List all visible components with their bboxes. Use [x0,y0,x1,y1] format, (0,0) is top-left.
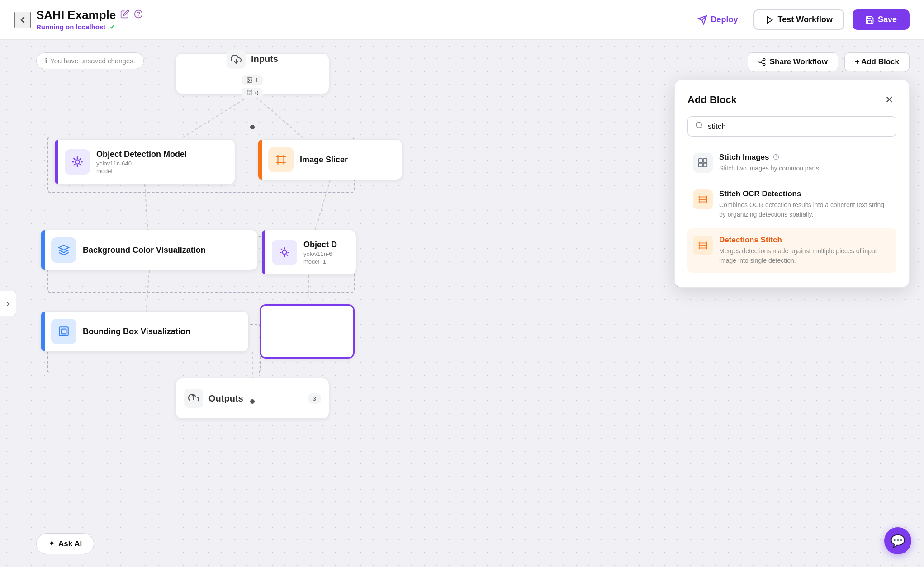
node-accent-purple [55,140,58,184]
canvas-toolbar-right: Share Workflow + Add Block [748,52,910,71]
od2-sub2: model_1 [303,258,350,265]
odm-icon [65,149,90,175]
is-title: Image Slicer [300,155,396,165]
ask-ai-label: Ask AI [58,539,82,548]
test-label: Test Workflow [778,15,833,24]
app-title: SAHI Example [36,8,143,22]
detections-stitch-title-text: Detections Stitch [719,236,782,245]
connector-dot [250,399,255,404]
detections-stitch-title: Detections Stitch [719,236,891,245]
bounding-box-visualization-node[interactable]: Bounding Box Visualization [41,311,249,352]
od2-sub1: yolov11n-6 [303,250,350,257]
block-item-detections-stitch[interactable]: Detections Stitch Merges detections made… [687,228,896,273]
svg-point-4 [759,61,761,63]
svg-rect-31 [699,163,702,167]
stitch-images-title: Stitch Images [719,153,891,162]
unsaved-icon: ℹ [45,57,47,65]
odm-sub1: yolov11n-640 [96,160,228,167]
inputs-badge-image: 1 [242,75,263,85]
inputs-node[interactable]: Inputs 1 0 [175,53,329,94]
bcv-content: Background Color Visualization [83,240,257,260]
outputs-icon [184,389,203,408]
modal-search-bar[interactable] [687,116,896,137]
od2-content: Object D yolov11n-6 model_1 [303,235,356,270]
detections-stitch-icon [693,236,713,255]
stitch-images-content: Stitch Images Stitch two images by commo… [719,153,891,173]
image-slicer-node[interactable]: Image Slicer [258,139,403,180]
deploy-label: Deploy [711,15,738,24]
svg-rect-25 [62,329,66,334]
svg-rect-32 [703,163,707,167]
ask-ai-button[interactable]: ✦ Ask AI [36,533,94,554]
connector-dot [250,125,255,129]
svg-point-5 [763,63,765,66]
svg-point-3 [763,59,765,61]
is-content: Image Slicer [300,150,402,170]
inputs-badge-text-count: 0 [255,90,258,96]
modal-header: Add Block ✕ [687,93,896,107]
outputs-node[interactable]: Outputs 3 [175,378,329,419]
stitch-images-icon [693,153,713,173]
svg-line-6 [761,62,763,64]
add-block-button[interactable]: + Add Block [844,52,910,71]
svg-line-7 [761,60,763,61]
inputs-title: Inputs [251,54,278,64]
sidebar-toggle[interactable]: › [0,291,16,316]
test-workflow-button[interactable]: Test Workflow [753,9,844,30]
block-item-stitch-images[interactable]: Stitch Images Stitch two images by commo… [687,146,896,180]
bbv-title: Bounding Box Visualization [83,327,242,336]
save-button[interactable]: Save [853,9,910,30]
help-icon[interactable] [134,9,143,21]
object-detection-model-node[interactable]: Object Detection Model yolov11n-640 mode… [54,139,235,184]
search-icon [695,121,703,132]
topbar-right: Deploy Test Workflow Save [690,9,910,30]
bbv-accent [41,312,45,351]
object-detection-2-node[interactable]: Object D yolov11n-6 model_1 [261,230,356,275]
sidebar-toggle-icon: › [7,299,9,308]
stitch-images-help-icon[interactable] [773,154,779,161]
bcv-title: Background Color Visualization [83,246,251,255]
svg-marker-2 [767,16,772,23]
svg-point-27 [696,122,701,128]
purple-border-node[interactable] [260,304,355,359]
modal-overlay: Add Block ✕ [0,40,924,567]
bbv-content: Bounding Box Visualization [83,321,248,342]
outputs-badge: 3 [308,393,321,404]
stitch-ocr-content: Stitch OCR Detections Combines OCR detec… [719,189,891,219]
outputs-count: 3 [313,395,316,402]
modal-close-button[interactable]: ✕ [882,93,896,107]
inputs-badges: 1 0 [242,75,263,98]
modal-title: Add Block [687,94,737,106]
workflow-canvas[interactable]: ℹ You have unsaved changes. Share Workfl… [0,40,924,567]
subtitle-check: ✓ [109,23,115,31]
canvas-toolbar: ℹ You have unsaved changes. [0,52,144,69]
ask-ai-icon: ✦ [48,539,55,548]
save-label: Save [878,15,897,24]
stitch-images-desc: Stitch two images by common parts. [719,164,891,173]
inputs-icon [227,50,246,69]
stitch-ocr-desc: Combines OCR detection results into a co… [719,200,891,219]
modal-close-icon: ✕ [885,94,893,106]
svg-rect-24 [59,327,68,336]
odm-sub2: model [96,168,228,175]
bbv-icon [51,319,76,344]
svg-point-23 [283,250,287,255]
svg-point-17 [248,79,249,80]
topbar-left: SAHI Example Running on l [14,8,690,31]
chat-button[interactable]: 💬 [884,527,911,554]
stitch-images-title-text: Stitch Images [719,153,769,162]
deploy-button[interactable]: Deploy [690,11,745,28]
background-color-visualization-node[interactable]: Background Color Visualization [41,230,258,270]
back-button[interactable] [14,12,31,28]
share-workflow-button[interactable]: Share Workflow [748,52,838,71]
block-item-stitch-ocr[interactable]: Stitch OCR Detections Combines OCR detec… [687,182,896,227]
edit-icon[interactable] [120,9,129,21]
search-input[interactable] [708,122,889,131]
svg-point-22 [75,160,79,164]
topbar: SAHI Example Running on l [0,0,924,40]
subtitle-prefix: Running on [36,23,74,31]
unsaved-badge: ℹ You have unsaved changes. [36,52,144,69]
bcv-icon [51,237,76,263]
stitch-ocr-title-text: Stitch OCR Detections [719,189,801,198]
odm-content: Object Detection Model yolov11n-640 mode… [96,144,235,180]
